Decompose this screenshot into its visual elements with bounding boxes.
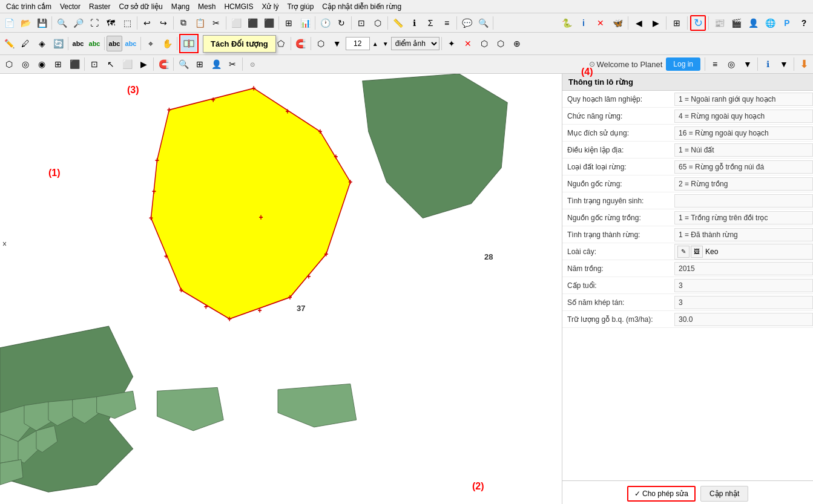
clock-btn[interactable]: 🕐: [317, 15, 333, 31]
save-project-btn[interactable]: 💾: [34, 15, 50, 31]
node-btn[interactable]: ◈: [34, 36, 50, 51]
menu-vector[interactable]: Vector: [56, 1, 84, 12]
adv-btn1[interactable]: ⬡: [1, 56, 17, 72]
clip-btn[interactable]: ✂: [225, 56, 240, 72]
menu-cac-trinh-cam[interactable]: Các trình cắm: [2, 1, 55, 12]
more2-btn[interactable]: ⬡: [493, 36, 509, 51]
web-btn[interactable]: 🌐: [762, 15, 778, 31]
delete-btn[interactable]: ✕: [460, 36, 476, 51]
cho-phep-sua-checkbox[interactable]: ✓ Cho phép sửa: [627, 486, 696, 502]
open-project-btn[interactable]: 📂: [18, 15, 33, 31]
planet-circle-btn[interactable]: ⊙: [245, 56, 260, 72]
menu-co-so-du-lieu[interactable]: Cơ sở dữ liệu: [115, 1, 166, 12]
label-bg-btn[interactable]: abc: [123, 36, 139, 51]
font-size-down-btn[interactable]: ▼: [381, 36, 390, 51]
adv-arrow-btn[interactable]: ▶: [136, 56, 151, 72]
font-type-select[interactable]: điểm ảnh: [391, 37, 439, 50]
list-btn[interactable]: ≡: [439, 15, 455, 31]
zoom-selection-btn[interactable]: ⬚: [119, 15, 135, 31]
adv-btn5[interactable]: ⬛: [67, 56, 82, 72]
select-region-btn[interactable]: ⊡: [354, 15, 369, 31]
move-btn[interactable]: ✋: [159, 36, 175, 51]
table-view-btn[interactable]: ≡: [707, 56, 723, 72]
planet-btn[interactable]: P: [779, 15, 795, 31]
draw-btn[interactable]: 🖊: [18, 36, 33, 51]
user-btn[interactable]: 👤: [745, 15, 761, 31]
more-edit-btn[interactable]: ⬡: [476, 36, 492, 51]
login-button[interactable]: Log in: [666, 57, 700, 71]
menu-mang[interactable]: Mạng: [168, 1, 193, 12]
map-canvas[interactable]: × 37 28 31 33 30 29 1 2 3 4 5 6 7 (1) (3…: [0, 74, 562, 504]
feature-select-btn[interactable]: ⌖: [143, 36, 159, 51]
nav-forward-btn[interactable]: ▶: [648, 15, 663, 31]
select-poly-btn[interactable]: ⬡: [370, 15, 386, 31]
menu-hcmgis[interactable]: HCMGIS: [220, 1, 257, 12]
select2-btn[interactable]: 👤: [208, 56, 224, 72]
help-btn[interactable]: ?: [796, 15, 812, 31]
zoom-level-btn[interactable]: 🔍: [475, 15, 491, 31]
close-red-btn[interactable]: ✕: [593, 15, 608, 31]
fly-btn[interactable]: 🦋: [610, 15, 625, 31]
circle-view-btn[interactable]: ◎: [723, 56, 739, 72]
zoom-in2-btn[interactable]: 🔍: [176, 56, 191, 72]
deselect-btn[interactable]: ⬛: [245, 15, 260, 31]
identify-btn[interactable]: ℹ: [406, 15, 422, 31]
paste-btn[interactable]: 📋: [192, 15, 208, 31]
cut-btn[interactable]: ✂: [208, 15, 224, 31]
extent2-btn[interactable]: ⊞: [192, 56, 208, 72]
menu-raster[interactable]: Raster: [85, 1, 114, 12]
label-style-btn[interactable]: abc: [107, 36, 122, 51]
info2-btn[interactable]: ℹ: [760, 56, 775, 72]
zoom-extent-btn[interactable]: ⛶: [87, 15, 102, 31]
zoom-in-btn[interactable]: 🔍: [54, 15, 70, 31]
menu-xu-ly[interactable]: Xử lý: [258, 1, 282, 12]
cap-nhat-button[interactable]: Cập nhật: [700, 486, 748, 502]
split-btn[interactable]: [181, 36, 197, 51]
arrow-down-btn[interactable]: ⬇: [796, 56, 812, 72]
python-btn[interactable]: 🐍: [559, 15, 574, 31]
menu-mesh[interactable]: Mesh: [194, 1, 219, 12]
adv-btn3[interactable]: ◉: [34, 56, 50, 72]
calc-btn[interactable]: Σ: [423, 15, 438, 31]
measure-btn[interactable]: 📏: [390, 15, 406, 31]
refresh-highlighted-btn[interactable]: ↻: [690, 15, 706, 31]
snap2-btn[interactable]: 🧲: [156, 56, 171, 72]
font-size-input[interactable]: [346, 37, 370, 50]
trace-btn[interactable]: ⬡: [313, 36, 329, 51]
trace2-btn[interactable]: ▼: [329, 36, 345, 51]
snap-btn[interactable]: 🧲: [293, 36, 309, 51]
adv-select-btn[interactable]: ⊡: [87, 56, 102, 72]
label-btn[interactable]: abc: [70, 36, 86, 51]
adv-btn2[interactable]: ◎: [18, 56, 33, 72]
digitize-btn[interactable]: ✏️: [1, 36, 17, 51]
invert-sel-btn[interactable]: ⬛: [261, 15, 277, 31]
dropdown-btn[interactable]: ▼: [740, 56, 755, 72]
menu-cap-nhat-dien-bien-rung[interactable]: Cập nhật diễn biến rừng: [318, 1, 405, 12]
video-btn[interactable]: 🎬: [728, 15, 744, 31]
nav-back-btn[interactable]: ◀: [631, 15, 647, 31]
copy-btn[interactable]: ⧉: [176, 15, 191, 31]
adv-text-btn[interactable]: ⬜: [119, 56, 135, 72]
extra-btn[interactable]: ⊕: [509, 36, 525, 51]
edit-node-btn[interactable]: ✦: [444, 36, 459, 51]
menu-tro-giup[interactable]: Trợ giúp: [283, 1, 317, 12]
adv-cursor-btn[interactable]: ↖: [103, 56, 119, 72]
zoom-out-btn[interactable]: 🔎: [70, 15, 86, 31]
refresh-btn[interactable]: ↻: [334, 15, 349, 31]
comment-btn[interactable]: 💬: [459, 15, 475, 31]
rotate-btn[interactable]: 🔄: [50, 36, 66, 51]
select-all-btn[interactable]: ⬜: [228, 15, 244, 31]
loai-cay-edit-icon[interactable]: ✎: [677, 246, 690, 258]
zoom-layer-btn[interactable]: 🗺: [103, 15, 119, 31]
layout-btn[interactable]: 📰: [711, 15, 727, 31]
info-btn[interactable]: i: [576, 15, 591, 31]
label-color-btn[interactable]: abc: [87, 36, 102, 51]
open-table-btn[interactable]: ⊞: [281, 15, 297, 31]
redo-btn[interactable]: ↪: [156, 15, 171, 31]
info-dropdown-btn[interactable]: ▼: [776, 56, 792, 72]
grid-btn[interactable]: ⊞: [669, 15, 685, 31]
undo-btn[interactable]: ↩: [139, 15, 155, 31]
adv-btn4[interactable]: ⊞: [50, 56, 66, 72]
font-size-up-btn[interactable]: ▲: [370, 36, 380, 51]
new-project-btn[interactable]: 📄: [1, 15, 17, 31]
